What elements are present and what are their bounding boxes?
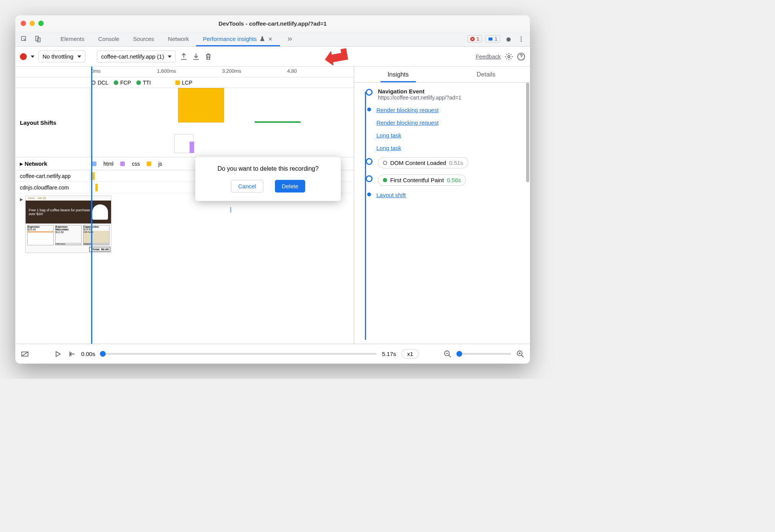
insights-panel: Insights Details Navigation Event https:…	[354, 67, 530, 344]
delete-confirmation-dialog: Do you want to delete this recording? Ca…	[195, 157, 341, 201]
record-button[interactable]	[20, 53, 27, 60]
dialog-message: Do you want to delete this recording?	[204, 165, 332, 172]
close-tab-icon[interactable]	[268, 36, 273, 42]
insight-dcl[interactable]: DOM Content Loaded 0.51s	[358, 157, 523, 168]
cancel-button[interactable]: Cancel	[231, 180, 263, 193]
insight-navigation[interactable]: Navigation Event https://coffee-cart.net…	[358, 88, 523, 101]
maximize-window-button[interactable]	[38, 21, 44, 26]
tab-console[interactable]: Console	[92, 31, 126, 46]
layout-shifts-label: Layout Shifts	[15, 88, 90, 157]
recording-toolbar: No throttling coffee-cart.netlify.app (1…	[15, 47, 530, 67]
filmstrip-thumbnail[interactable]: menucart (0) Free 1 bag of coffee beans …	[25, 196, 111, 253]
insight-render-blocking[interactable]: Render blocking request	[358, 119, 523, 126]
time-ruler[interactable]: 0ms 1,600ms 3,200ms 4,80	[15, 67, 354, 77]
flask-icon	[259, 36, 265, 42]
filmstrip-section: ▸ menucart (0) Free 1 bag of coffee bean…	[15, 193, 354, 255]
record-dropdown[interactable]	[31, 55, 34, 58]
gear-icon[interactable]	[505, 52, 513, 61]
svg-point-7	[521, 40, 522, 41]
help-icon[interactable]	[517, 52, 525, 61]
toggle-screenshot-icon[interactable]	[21, 350, 29, 358]
insight-fcp[interactable]: First Contentful Paint 0.56s	[358, 175, 523, 186]
delete-icon[interactable]	[204, 52, 213, 61]
settings-icon[interactable]	[503, 34, 513, 44]
tabs-bar: Elements Console Sources Network Perform…	[15, 31, 530, 47]
svg-rect-4	[489, 37, 493, 40]
fcp-marker[interactable]: FCP	[114, 80, 131, 86]
insight-layout-shift[interactable]: Layout shift	[358, 192, 523, 198]
feedback-link[interactable]: Feedback	[476, 53, 501, 60]
playback-end-time: 5.17s	[382, 351, 396, 357]
insight-long-task[interactable]: Long task	[358, 132, 523, 139]
recording-select[interactable]: coffee-cart.netlify.app (1)	[97, 51, 176, 62]
layout-shifts-section: Layout Shifts	[15, 88, 354, 157]
zoom-slider[interactable]	[457, 353, 511, 355]
skip-back-icon[interactable]	[67, 350, 76, 358]
svg-point-8	[508, 55, 510, 58]
chevron-down-icon	[77, 55, 81, 58]
layout-shifts-track[interactable]	[90, 88, 354, 157]
throttling-select[interactable]: No throttling	[38, 51, 85, 62]
errors-badge[interactable]: 1	[467, 35, 482, 42]
delete-button[interactable]: Delete	[275, 180, 305, 193]
tab-details[interactable]: Details	[442, 67, 530, 82]
callout-arrow-icon	[324, 46, 351, 65]
tab-insights[interactable]: Insights	[354, 67, 442, 82]
dcl-marker[interactable]: DCL	[91, 80, 108, 86]
upload-icon[interactable]	[180, 52, 188, 61]
messages-badge[interactable]: 1	[485, 35, 500, 42]
tab-network[interactable]: Network	[161, 31, 196, 46]
svg-point-5	[521, 36, 522, 38]
titlebar: DevTools - coffee-cart.netlify.app/?ad=1	[15, 15, 530, 31]
zoom-in-icon[interactable]	[516, 350, 525, 358]
chevron-down-icon	[168, 55, 172, 58]
tab-performance-insights[interactable]: Performance insights	[196, 31, 280, 46]
playback-start-time: 0.00s	[81, 351, 95, 357]
insight-long-task[interactable]: Long task	[358, 145, 523, 151]
insight-render-blocking[interactable]: Render blocking request	[358, 107, 523, 113]
more-options-icon[interactable]	[516, 34, 526, 44]
playback-bar: 0.00s 5.17s x1	[15, 344, 530, 364]
playback-speed[interactable]: x1	[401, 349, 419, 359]
more-tabs-button[interactable]	[280, 31, 300, 46]
close-window-button[interactable]	[21, 21, 26, 26]
devtools-window: DevTools - coffee-cart.netlify.app/?ad=1…	[15, 15, 530, 364]
traffic-lights	[21, 21, 44, 26]
tti-marker[interactable]: TTI	[136, 80, 151, 86]
playhead-line[interactable]	[91, 67, 92, 344]
play-icon[interactable]	[54, 350, 62, 358]
device-toolbar-icon[interactable]	[33, 34, 43, 44]
timing-markers: DCL FCP TTI LCP	[15, 77, 354, 88]
insights-list[interactable]: Navigation Event https://coffee-cart.net…	[354, 83, 530, 344]
minimize-window-button[interactable]	[29, 21, 35, 26]
download-icon[interactable]	[192, 52, 200, 61]
main-area: 0ms 1,600ms 3,200ms 4,80 DCL FCP TTI LCP…	[15, 67, 530, 344]
playback-slider[interactable]	[101, 353, 377, 355]
window-title: DevTools - coffee-cart.netlify.app/?ad=1	[15, 20, 530, 27]
timeline-panel: 0ms 1,600ms 3,200ms 4,80 DCL FCP TTI LCP…	[15, 67, 354, 344]
svg-point-6	[521, 38, 522, 39]
zoom-out-icon[interactable]	[443, 350, 452, 358]
lcp-marker[interactable]: LCP	[175, 80, 192, 86]
scrollbar-thumb[interactable]	[526, 83, 529, 182]
inspect-element-icon[interactable]	[19, 34, 29, 44]
tab-sources[interactable]: Sources	[126, 31, 161, 46]
tab-elements[interactable]: Elements	[54, 31, 92, 46]
